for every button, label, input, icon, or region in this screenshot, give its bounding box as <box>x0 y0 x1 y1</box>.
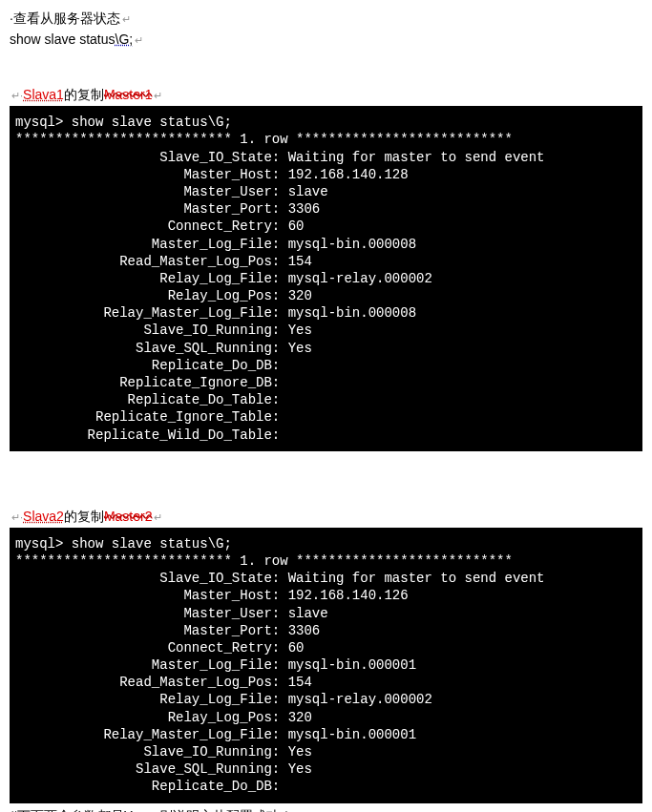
intro-line2-prefix: show slave status <box>10 31 116 47</box>
terminal-2: mysql> show slave status\G; ************… <box>10 528 642 803</box>
section1-title: ↵·Slava1的复制Master1↵ <box>10 87 642 104</box>
footer-line1-c: 则说明主从配置成功！ <box>159 808 293 812</box>
para-mark: ↵ <box>154 90 162 101</box>
slava1-label: Slava1 <box>23 87 64 102</box>
intro-line2: show slave status\G;↵ <box>10 31 642 50</box>
intro-line2-suffix: \G; <box>116 31 134 47</box>
footer-line1-b: Yes， <box>124 808 159 812</box>
section1-mid: 的复制 <box>64 87 104 102</box>
master1-label: Master1 <box>104 87 153 102</box>
master2-label: Master2 <box>104 509 153 524</box>
slava2-label: Slava2 <box>23 509 64 524</box>
para-mark: ↵ <box>122 13 131 25</box>
para-mark: ↵ <box>135 34 143 46</box>
section2-title: ↵·Slava2的复制Master2↵ <box>10 509 642 526</box>
intro-line1-text: ·查看从服务器状态 <box>10 10 120 26</box>
footer-line1: #下面两个参数都是Yes，则说明主从配置成功！↵ <box>10 807 642 812</box>
terminal-1: mysql> show slave status\G; ************… <box>10 106 642 451</box>
intro-line1: ·查看从服务器状态↵ <box>10 10 642 29</box>
section2-mid: 的复制 <box>64 509 104 524</box>
footer-line1-a: #下面两个参数都是 <box>10 808 124 812</box>
prefix-mark: ↵· <box>11 90 23 101</box>
prefix-mark: ↵· <box>11 511 23 523</box>
para-mark: ↵ <box>154 511 162 523</box>
